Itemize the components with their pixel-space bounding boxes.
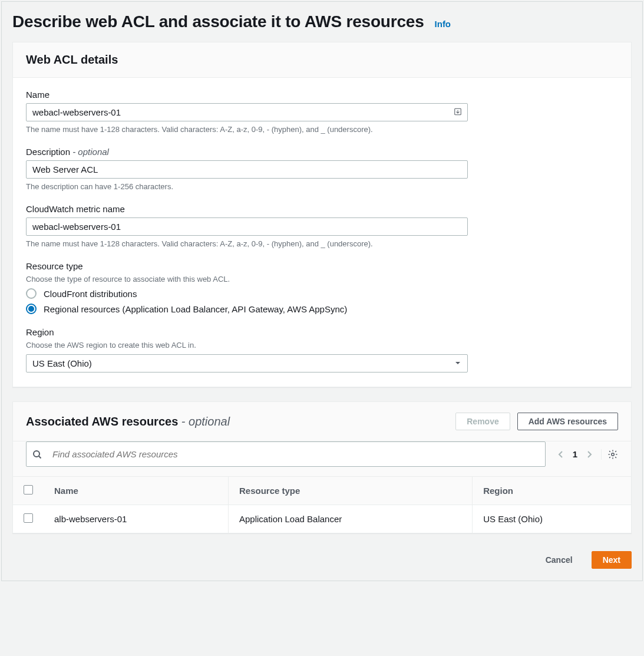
row-type: Application Load Balancer bbox=[228, 505, 472, 533]
row-name: alb-webservers-01 bbox=[44, 505, 228, 533]
radio-cloudfront[interactable]: CloudFront distributions bbox=[26, 288, 468, 299]
radio-regional-label: Regional resources (Application Load Bal… bbox=[44, 304, 347, 314]
metric-input[interactable] bbox=[26, 217, 468, 236]
resource-type-desc: Choose the type of resource to associate… bbox=[26, 275, 468, 284]
next-page-button[interactable] bbox=[586, 450, 593, 459]
page-number: 1 bbox=[573, 449, 577, 459]
metric-field: CloudWatch metric name The name must hav… bbox=[26, 204, 468, 248]
col-checkbox bbox=[13, 477, 44, 505]
prev-page-button[interactable] bbox=[557, 450, 564, 459]
svg-point-2 bbox=[612, 453, 615, 456]
page-title: Describe web ACL and associate it to AWS… bbox=[12, 12, 424, 31]
description-label: Description - optional bbox=[26, 147, 468, 157]
metric-label: CloudWatch metric name bbox=[26, 204, 468, 214]
web-acl-details-header: Web ACL details bbox=[13, 42, 631, 78]
row-checkbox[interactable] bbox=[24, 513, 33, 523]
col-type: Resource type bbox=[228, 477, 472, 505]
caret-down-icon bbox=[454, 358, 461, 368]
web-acl-details-title: Web ACL details bbox=[26, 53, 118, 67]
table-header-row: Name Resource type Region bbox=[13, 477, 631, 505]
description-input[interactable] bbox=[26, 160, 468, 179]
col-region: Region bbox=[473, 477, 631, 505]
resources-table: Name Resource type Region alb-webservers… bbox=[13, 476, 631, 533]
region-field: Region Choose the AWS region to create t… bbox=[26, 327, 468, 372]
associated-resources-panel: Associated AWS resources - optional Remo… bbox=[12, 401, 632, 533]
web-acl-details-panel: Web ACL details Name The name must have … bbox=[12, 42, 632, 387]
table-row: alb-webservers-01 Application Load Balan… bbox=[13, 505, 631, 533]
radio-regional[interactable]: Regional resources (Application Load Bal… bbox=[26, 304, 468, 314]
associated-resources-header: Associated AWS resources - optional Remo… bbox=[13, 402, 631, 441]
select-all-checkbox[interactable] bbox=[24, 485, 33, 495]
gear-icon bbox=[607, 449, 618, 460]
associated-resources-actions: Remove Add AWS resources bbox=[455, 413, 618, 430]
description-help: The description can have 1-256 character… bbox=[26, 182, 468, 191]
pagination: 1 bbox=[557, 449, 618, 460]
name-input[interactable] bbox=[26, 103, 468, 121]
resource-type-field: Resource type Choose the type of resourc… bbox=[26, 261, 468, 314]
row-region: US East (Ohio) bbox=[473, 505, 631, 533]
remove-button[interactable]: Remove bbox=[455, 413, 510, 430]
settings-button[interactable] bbox=[601, 449, 618, 460]
info-link[interactable]: Info bbox=[435, 19, 451, 29]
name-field: Name The name must have 1-128 characters… bbox=[26, 90, 468, 134]
resources-search-box[interactable] bbox=[26, 441, 546, 467]
svg-point-1 bbox=[34, 451, 39, 457]
add-aws-resources-button[interactable]: Add AWS resources bbox=[517, 413, 618, 430]
cancel-button[interactable]: Cancel bbox=[535, 551, 583, 569]
resources-toolbar: 1 bbox=[13, 441, 631, 476]
region-value: US East (Ohio) bbox=[32, 358, 92, 368]
region-label: Region bbox=[26, 327, 468, 337]
chevron-right-icon bbox=[586, 450, 593, 459]
associated-resources-title: Associated AWS resources - optional bbox=[26, 415, 230, 428]
metric-help: The name must have 1-128 characters. Val… bbox=[26, 239, 468, 248]
region-select[interactable]: US East (Ohio) bbox=[26, 354, 468, 372]
description-field: Description - optional The description c… bbox=[26, 147, 468, 191]
page-wrapper: Describe web ACL and associate it to AWS… bbox=[1, 1, 643, 581]
radio-icon bbox=[26, 288, 37, 299]
chevron-left-icon bbox=[557, 450, 564, 459]
col-name: Name bbox=[44, 477, 228, 505]
page-header: Describe web ACL and associate it to AWS… bbox=[12, 12, 632, 31]
search-icon bbox=[32, 450, 42, 459]
resource-type-label: Resource type bbox=[26, 261, 468, 271]
name-help: The name must have 1-128 characters. Val… bbox=[26, 125, 468, 134]
region-desc: Choose the AWS region to create this web… bbox=[26, 341, 468, 350]
name-label: Name bbox=[26, 90, 468, 100]
wizard-footer: Cancel Next bbox=[12, 548, 632, 570]
web-acl-details-body: Name The name must have 1-128 characters… bbox=[13, 78, 631, 387]
radio-icon bbox=[26, 304, 37, 314]
resources-search-input[interactable] bbox=[47, 446, 539, 463]
radio-cloudfront-label: CloudFront distributions bbox=[44, 289, 137, 299]
next-button[interactable]: Next bbox=[592, 551, 632, 569]
